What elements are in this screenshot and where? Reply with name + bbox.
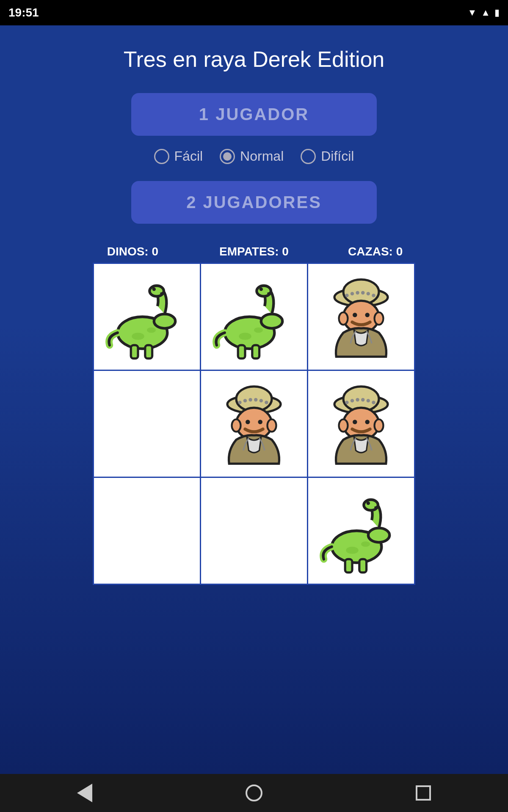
svg-rect-5 (145, 345, 152, 359)
svg-point-28 (375, 313, 384, 325)
svg-point-39 (258, 420, 262, 425)
svg-point-53 (339, 420, 348, 432)
hunter-icon (210, 379, 298, 468)
svg-point-58 (367, 502, 370, 505)
svg-point-27 (339, 313, 348, 325)
recents-button[interactable] (411, 780, 436, 806)
dino-icon (210, 272, 298, 361)
svg-point-62 (361, 541, 370, 547)
svg-point-15 (254, 327, 263, 333)
svg-point-21 (361, 291, 364, 294)
cell-2[interactable] (308, 264, 414, 370)
svg-point-49 (372, 401, 375, 404)
hunter-icon (317, 379, 406, 468)
svg-point-31 (238, 401, 241, 404)
svg-point-38 (246, 420, 250, 425)
svg-point-51 (353, 420, 357, 425)
home-button[interactable] (241, 780, 267, 806)
status-time: 19:51 (8, 6, 39, 19)
difficulty-facil[interactable]: Fácil (154, 148, 203, 164)
difficulty-row: Fácil Normal Difícil (154, 148, 354, 164)
svg-point-11 (260, 288, 263, 291)
cell-0[interactable] (94, 264, 200, 370)
recents-icon (416, 785, 431, 801)
svg-point-34 (254, 398, 257, 401)
svg-rect-12 (238, 345, 245, 359)
svg-point-56 (368, 528, 389, 543)
radio-normal-inner (223, 152, 232, 161)
svg-point-41 (268, 420, 276, 432)
wifi-icon: ▼ (467, 7, 477, 18)
svg-point-47 (361, 398, 364, 401)
radio-dificil[interactable] (301, 149, 316, 164)
difficulty-facil-label: Fácil (174, 148, 203, 164)
difficulty-normal[interactable]: Normal (220, 148, 284, 164)
cell-6[interactable] (94, 478, 200, 584)
svg-point-40 (232, 420, 241, 432)
cell-1[interactable] (201, 264, 307, 370)
nav-bar (0, 774, 508, 812)
svg-point-52 (365, 420, 370, 425)
one-player-button[interactable]: 1 JUGADOR (131, 93, 377, 136)
svg-point-14 (239, 333, 251, 340)
back-button[interactable] (72, 780, 97, 806)
svg-point-19 (351, 292, 354, 295)
difficulty-normal-label: Normal (240, 148, 284, 164)
svg-point-22 (367, 292, 370, 295)
svg-point-1 (154, 314, 175, 329)
two-players-button[interactable]: 2 JUGADORES (131, 181, 377, 224)
home-icon (246, 785, 262, 801)
back-icon (77, 784, 92, 802)
svg-point-54 (375, 420, 384, 432)
svg-point-45 (351, 399, 354, 402)
svg-point-57 (364, 500, 378, 510)
cazas-score: CAZAS: 0 (315, 245, 436, 258)
difficulty-dificil-label: Difícil (321, 148, 354, 164)
hunter-icon (317, 272, 406, 361)
svg-point-18 (345, 294, 348, 297)
signal-icon: ▲ (481, 7, 490, 18)
difficulty-dificil[interactable]: Difícil (301, 148, 354, 164)
svg-point-32 (243, 399, 247, 402)
status-icons: ▼ ▲ ▮ (467, 7, 500, 18)
empates-score: EMPATES: 0 (193, 245, 315, 258)
radio-facil[interactable] (154, 149, 169, 164)
dino-icon (317, 486, 406, 575)
svg-point-46 (356, 398, 359, 401)
svg-point-35 (260, 399, 263, 402)
cell-8[interactable] (308, 478, 414, 584)
svg-point-23 (372, 294, 375, 297)
svg-point-6 (132, 333, 144, 340)
cell-4[interactable] (201, 371, 307, 477)
svg-rect-60 (359, 559, 367, 573)
svg-rect-59 (345, 559, 352, 573)
cell-7[interactable] (201, 478, 307, 584)
svg-point-36 (265, 401, 268, 404)
svg-point-2 (149, 286, 164, 296)
app-title: Tres en raya Derek Edition (124, 47, 385, 72)
svg-point-44 (345, 401, 348, 404)
score-row: DINOS: 0 EMPATES: 0 CAZAS: 0 (72, 245, 436, 258)
main-content: Tres en raya Derek Edition 1 JUGADOR Fác… (0, 25, 508, 774)
status-bar: 19:51 ▼ ▲ ▮ (0, 0, 508, 25)
game-board (93, 263, 415, 585)
dino-icon (102, 272, 191, 361)
svg-point-9 (261, 314, 282, 329)
svg-point-25 (353, 313, 357, 318)
svg-point-61 (346, 547, 358, 554)
svg-point-7 (147, 327, 156, 333)
dinos-score: DINOS: 0 (72, 245, 193, 258)
cell-3[interactable] (94, 371, 200, 477)
cell-5[interactable] (308, 371, 414, 477)
svg-point-33 (248, 398, 252, 401)
svg-point-48 (367, 399, 370, 402)
radio-normal[interactable] (220, 149, 235, 164)
svg-point-10 (257, 286, 271, 296)
svg-point-20 (356, 291, 359, 294)
battery-icon: ▮ (494, 7, 500, 18)
svg-rect-13 (252, 345, 260, 359)
svg-point-26 (365, 313, 370, 318)
svg-point-3 (152, 288, 156, 291)
svg-rect-4 (131, 345, 138, 359)
